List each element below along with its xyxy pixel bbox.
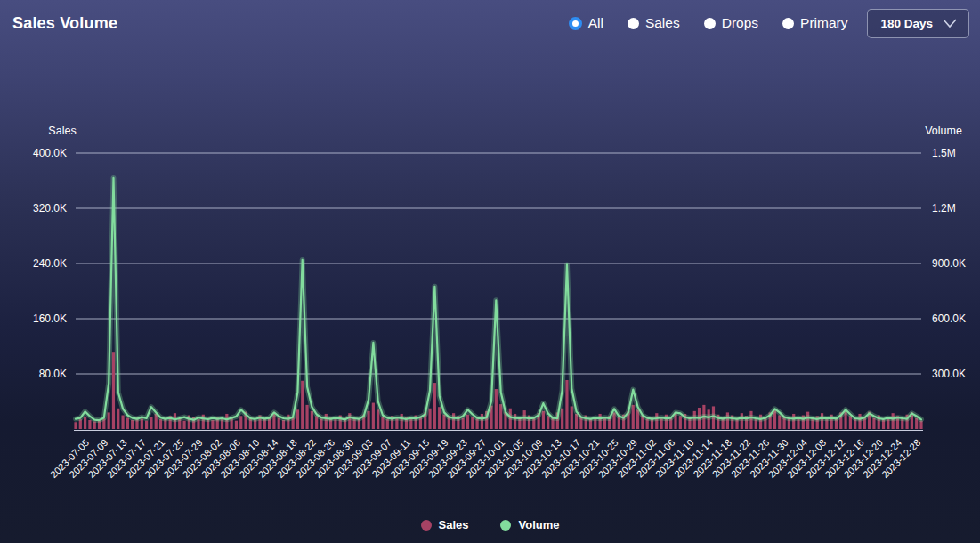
sales-bar[interactable] — [565, 380, 568, 429]
left-axis-title: Sales — [48, 125, 76, 137]
y-right-tick-label: 1.2M — [932, 202, 956, 215]
y-left-tick-label: 160.0K — [33, 312, 67, 325]
range-dropdown-value: 180 Days — [880, 17, 933, 30]
sales-bar[interactable] — [542, 411, 545, 429]
sales-bar[interactable] — [159, 419, 162, 429]
sales-bar[interactable] — [84, 417, 86, 429]
sales-bar[interactable] — [121, 416, 124, 430]
radio-selected-icon — [569, 17, 582, 30]
range-dropdown[interactable]: 180 Days — [867, 9, 969, 38]
sales-bar[interactable] — [235, 421, 238, 429]
legend-swatch-icon — [421, 520, 432, 531]
sales-bar[interactable] — [466, 415, 469, 429]
legend-item-volume[interactable]: Volume — [500, 518, 559, 531]
y-right-tick-label: 300.0K — [932, 368, 966, 380]
sales-bar[interactable] — [571, 406, 573, 429]
sales-bar[interactable] — [462, 418, 465, 429]
sales-bar[interactable] — [239, 416, 242, 429]
sales-volume-chart[interactable]: 400.0K1.5M320.0K1.2M240.0K900.0K160.0K60… — [0, 0, 980, 543]
sales-bar[interactable] — [495, 389, 498, 429]
legend-label: Volume — [518, 518, 559, 531]
sales-bar[interactable] — [632, 405, 635, 429]
filter-radio-label: Sales — [645, 15, 680, 31]
sales-bar[interactable] — [112, 352, 115, 429]
sales-bar[interactable] — [778, 416, 781, 430]
sales-bar[interactable] — [150, 417, 152, 429]
sales-bar[interactable] — [679, 416, 682, 429]
panel-title: Sales Volume — [12, 14, 117, 33]
filter-radio-primary[interactable]: Primary — [782, 15, 847, 31]
sales-bar[interactable] — [377, 409, 379, 429]
filter-radio-sales[interactable]: Sales — [628, 15, 680, 31]
panel-header: Sales Volume AllSalesDropsPrimary 180 Da… — [0, 0, 980, 46]
chart-legend: SalesVolume — [0, 518, 980, 531]
y-right-tick-label: 600.0K — [932, 312, 966, 325]
sales-bar[interactable] — [296, 409, 299, 429]
chevron-down-icon — [942, 18, 958, 28]
sales-bar[interactable] — [305, 405, 308, 429]
sales-bar[interactable] — [428, 409, 431, 429]
y-left-tick-label: 400.0K — [33, 147, 67, 159]
sales-bar[interactable] — [278, 418, 280, 429]
radio-icon — [628, 18, 639, 29]
filter-radio-group: AllSalesDropsPrimary — [569, 15, 848, 31]
sales-bar[interactable] — [182, 421, 185, 429]
filter-radio-drops[interactable]: Drops — [704, 15, 758, 31]
filter-radio-label: All — [588, 15, 603, 31]
legend-swatch-icon — [500, 520, 511, 531]
sales-bar[interactable] — [145, 421, 148, 429]
sales-bar[interactable] — [311, 411, 313, 429]
sales-bar[interactable] — [88, 420, 91, 429]
sales-bar[interactable] — [74, 422, 77, 429]
sales-bar[interactable] — [438, 407, 441, 429]
y-right-tick-label: 900.0K — [932, 257, 966, 270]
volume-line-glow — [76, 178, 921, 420]
sales-bar[interactable] — [117, 409, 119, 429]
radio-icon — [782, 18, 794, 29]
sales-bar[interactable] — [301, 381, 304, 429]
sales-bar[interactable] — [872, 418, 875, 429]
sales-bar[interactable] — [211, 420, 214, 429]
sales-volume-panel: Sales Volume AllSalesDropsPrimary 180 Da… — [0, 0, 980, 543]
sales-bar[interactable] — [726, 412, 729, 429]
filter-radio-label: Primary — [800, 15, 847, 31]
filter-radio-all[interactable]: All — [569, 15, 603, 31]
sales-bar[interactable] — [131, 420, 134, 429]
sales-bar[interactable] — [381, 417, 384, 429]
y-left-tick-label: 320.0K — [33, 202, 67, 215]
legend-item-sales[interactable]: Sales — [421, 518, 469, 531]
sales-bar[interactable] — [433, 383, 436, 429]
legend-label: Sales — [439, 518, 469, 531]
sales-bar[interactable] — [282, 420, 285, 429]
y-left-tick-label: 240.0K — [33, 257, 67, 270]
filter-radio-label: Drops — [722, 15, 758, 31]
sales-bar[interactable] — [126, 418, 129, 429]
y-left-tick-label: 80.0K — [39, 368, 67, 380]
sales-bar[interactable] — [108, 412, 110, 429]
right-axis-title: Volume — [925, 125, 962, 137]
sales-bar[interactable] — [372, 403, 375, 429]
y-right-tick-label: 1.5M — [932, 147, 956, 159]
sales-bar[interactable] — [367, 411, 369, 429]
radio-icon — [704, 18, 716, 29]
